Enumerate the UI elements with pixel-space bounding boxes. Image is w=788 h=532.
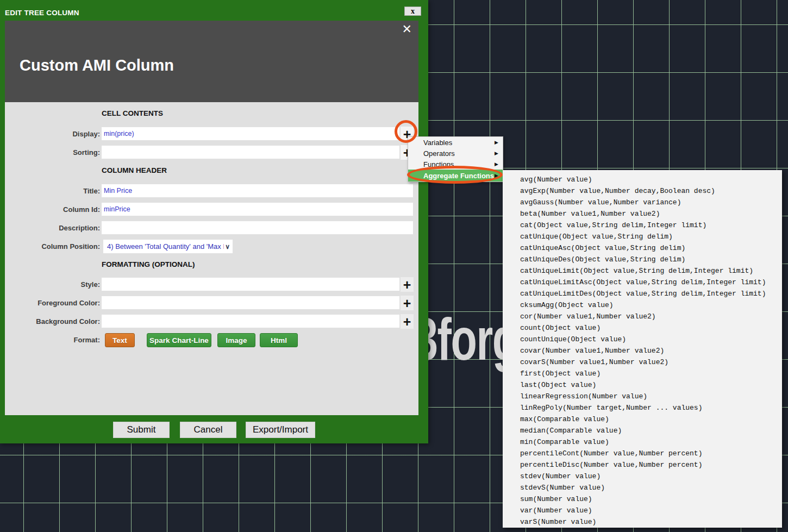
function-list-item[interactable]: last(Object value)	[520, 379, 782, 391]
submenu-arrow-icon: ▶	[495, 161, 498, 167]
function-list-item[interactable]: first(Object value)	[520, 368, 782, 379]
function-list-item[interactable]: covarS(Number value1,Number value2)	[520, 356, 782, 368]
function-list-item[interactable]: var(Number value)	[520, 505, 782, 516]
foreground-color-input[interactable]	[102, 296, 399, 309]
function-list-item[interactable]: catUnique(Object value,String delim)	[520, 231, 782, 242]
dialog-titlebar: EDIT TREE COLUMN x	[0, 0, 428, 21]
format-label: Format:	[5, 336, 100, 344]
menu-item-aggregate-functions[interactable]: Aggregate Functions ▶	[408, 170, 503, 181]
page-title: Custom AMI Column	[20, 57, 174, 74]
function-list-item[interactable]: avg(Number value)	[520, 174, 782, 185]
function-list-item[interactable]: countUnique(Object value)	[520, 334, 782, 345]
display-label: Display:	[5, 130, 100, 138]
format-text-button[interactable]: Text	[105, 333, 135, 347]
submenu-arrow-icon: ▶	[495, 173, 498, 178]
style-label: Style:	[5, 280, 100, 289]
plus-icon: +	[403, 279, 411, 290]
description-label: Description:	[5, 224, 100, 232]
submit-button[interactable]: Submit	[113, 422, 170, 438]
function-list-item[interactable]: max(Comparable value)	[520, 414, 782, 425]
function-list-item[interactable]: catUniqueAsc(Object value,String delim)	[520, 242, 782, 254]
submenu-arrow-icon: ▶	[495, 151, 498, 156]
section-cell-contents: CELL CONTENTS	[102, 109, 163, 117]
function-list-item[interactable]: catUniqueLimit(Object value,String delim…	[520, 265, 782, 277]
format-spark-chart-line-button[interactable]: Spark Chart-Line	[147, 333, 211, 347]
function-list-item[interactable]: stdevS(Number value)	[520, 482, 782, 493]
function-list-item[interactable]: min(Comparable value)	[520, 436, 782, 448]
function-list-item[interactable]: stdev(Number value)	[520, 471, 782, 482]
plus-icon: +	[403, 298, 411, 309]
title-input[interactable]	[102, 184, 413, 197]
function-list-item[interactable]: varS(Number value)	[520, 516, 782, 528]
style-add-button[interactable]: +	[401, 277, 414, 292]
menu-item-operators[interactable]: Operators ▶	[408, 148, 503, 159]
display-input[interactable]	[102, 127, 399, 140]
sorting-input[interactable]	[102, 146, 399, 159]
column-position-select[interactable]: 4) Between 'Total Quantity' and 'Max F ∨	[103, 240, 233, 253]
foreground-color-add-button[interactable]: +	[401, 296, 414, 310]
function-list-item[interactable]: covar(Number value1,Number value2)	[520, 345, 782, 356]
function-list-item[interactable]: percentileCont(Number value,Number perce…	[520, 448, 782, 459]
edit-tree-column-dialog: EDIT TREE COLUMN x Custom AMI Column ✕ C…	[0, 0, 428, 443]
format-html-button[interactable]: Html	[260, 333, 298, 347]
menu-item-variables[interactable]: Variables ▶	[408, 137, 503, 148]
dialog-form: CELL CONTENTS Display: + Sorting: + COLU…	[5, 102, 418, 415]
background-color-add-button[interactable]: +	[401, 314, 414, 329]
export-import-button[interactable]: Export/Import	[246, 422, 315, 438]
function-list-item[interactable]: catUniqueLimitAsc(Object value,String de…	[520, 277, 782, 288]
close-icon: ✕	[402, 22, 412, 36]
cancel-button[interactable]: Cancel	[180, 422, 236, 438]
expression-context-menu: Variables ▶ Operators ▶ Functions ▶ Aggr…	[408, 136, 503, 182]
foreground-color-label: Foreground Color:	[5, 299, 100, 307]
function-list-item[interactable]: percentileDisc(Number value,Number perce…	[520, 459, 782, 471]
function-list-item[interactable]: linRegPoly(Number target,Number ... valu…	[520, 402, 782, 414]
close-icon: x	[411, 8, 415, 15]
window-close-button[interactable]: x	[404, 7, 421, 16]
function-list-item[interactable]: cat(Object value,String delim,Integer li…	[520, 220, 782, 231]
background-color-input[interactable]	[102, 315, 399, 328]
dialog-titlebar-title: EDIT TREE COLUMN	[5, 9, 79, 17]
menu-item-functions[interactable]: Functions ▶	[408, 159, 503, 170]
dialog-close-button[interactable]: ✕	[402, 22, 412, 36]
submenu-arrow-icon: ▶	[495, 140, 498, 145]
column-id-label: Column Id:	[5, 205, 100, 214]
plus-icon: +	[403, 316, 411, 327]
dialog-header: Custom AMI Column ✕	[5, 21, 418, 102]
function-list-item[interactable]: avgExp(Number value,Number decay,Boolean…	[520, 185, 782, 197]
function-list-item[interactable]: cor(Number value1,Number value2)	[520, 311, 782, 322]
sorting-label: Sorting:	[5, 148, 100, 157]
column-position-label: Column Position:	[5, 242, 100, 251]
format-image-button[interactable]: Image	[217, 333, 255, 347]
background-color-label: Background Color:	[5, 317, 100, 326]
function-list-item[interactable]: catUniqueLimitDes(Object value,String de…	[520, 288, 782, 299]
title-label: Title:	[5, 187, 100, 195]
function-list-item[interactable]: cksumAgg(Object value)	[520, 299, 782, 311]
column-id-input[interactable]	[102, 203, 413, 216]
aggregate-functions-submenu: avg(Number value) avgExp(Number value,Nu…	[503, 170, 782, 528]
description-input[interactable]	[102, 221, 413, 234]
column-position-value: 4) Between 'Total Quantity' and 'Max F	[103, 242, 224, 251]
function-list-item[interactable]: avgGauss(Number value,Number variance)	[520, 197, 782, 208]
chevron-down-icon: ∨	[224, 243, 233, 251]
section-formatting: FORMATTING (OPTIONAL)	[102, 260, 195, 268]
function-list-item[interactable]: count(Object value)	[520, 322, 782, 334]
function-list-item[interactable]: sum(Number value)	[520, 493, 782, 505]
function-list-item[interactable]: catUniqueDes(Object value,String delim)	[520, 254, 782, 265]
style-input[interactable]	[102, 278, 399, 291]
function-list-item[interactable]: median(Comparable value)	[520, 425, 782, 436]
section-column-header: COLUMN HEADER	[102, 166, 167, 174]
function-list-item[interactable]: linearRegression(Number value)	[520, 391, 782, 402]
function-list-item[interactable]: beta(Number value1,Number value2)	[520, 208, 782, 220]
